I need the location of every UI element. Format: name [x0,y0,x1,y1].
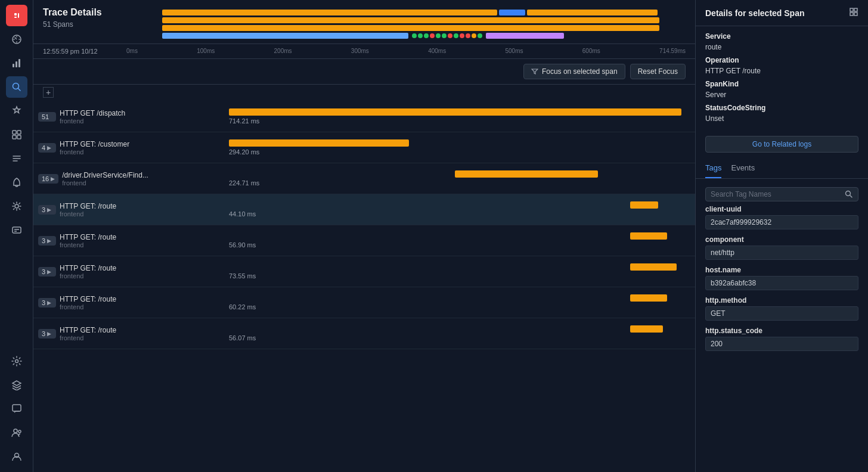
span-left-1: 4 ▶ HTTP GET: /customer frontend [33,132,224,163]
span-count-value: 51 [42,113,49,120]
table-row[interactable]: 3 ▶ HTTP GET: /route frontend 56.07 ms [33,318,695,349]
table-row[interactable]: 51 HTTP GET /dispatch frontend 714.21 ms [33,101,695,132]
sidebar-icon-team[interactable] [6,422,27,443]
span-duration: 294.20 ms [229,148,690,156]
trace-title-block: Trace Details 51 Spans [43,7,138,29]
panel-header: Details for selected Span [696,0,868,26]
table-row[interactable]: 4 ▶ HTTP GET: /customer frontend 294.20 … [33,132,695,163]
trace-bar-orange-3 [162,17,659,23]
related-logs-button[interactable]: Go to Related logs [705,136,858,153]
trace-bar-row-1 [162,10,686,15]
tag-value-4: 200 [705,337,858,351]
sidebar-icon-layers[interactable] [6,374,27,396]
sidebar-icon-alerting[interactable] [6,100,27,122]
table-row[interactable]: 3 ▶ HTTP GET: /route frontend 44.10 ms [33,194,695,225]
sidebar-icon-logo[interactable] [6,5,27,26]
span-left-0: 51 HTTP GET /dispatch frontend [33,101,224,132]
span-count-badge-1[interactable]: 4 ▶ [38,143,56,153]
operation-label: Operation [705,56,858,64]
span-count-badge-4[interactable]: 3 ▶ [38,236,56,246]
span-duration: 56.90 ms [229,241,690,249]
sidebar-icon-sources[interactable] [6,195,27,217]
span-name: HTTP GET: /route [60,295,116,303]
spans-container[interactable]: + 51 HTTP GET /dispatch frontend 714.21 … [33,85,695,472]
tag-search-input[interactable] [711,190,841,198]
span-timeline-0: 714.21 ms [224,101,695,132]
span-bar [630,201,658,209]
list-item: client-uuid 2cac7af999929632 [705,205,858,229]
span-count-badge-5[interactable]: 3 ▶ [38,267,56,277]
sidebar-icon-explore[interactable] [6,29,27,50]
span-service: frontend [60,210,116,218]
span-count-badge-0[interactable]: 51 [38,112,56,122]
trace-bar-row-3 [162,25,686,31]
span-name: HTTP GET /dispatch [60,109,125,117]
sidebar-icon-settings[interactable] [6,350,27,372]
status-label: StatusCodeString [705,104,858,112]
sidebar-icon-alerts[interactable] [6,172,27,193]
svg-rect-25 [850,8,853,11]
span-timeline-1: 294.20 ms [224,132,695,163]
sidebar-icon-search[interactable] [6,76,27,98]
span-count-badge-2[interactable]: 16 ▶ [38,174,58,184]
reset-button-label: Reset Focus [638,67,678,76]
svg-rect-0 [12,11,21,20]
search-icon [845,190,853,198]
span-count-badge-3[interactable]: 3 ▶ [38,205,56,215]
tag-value-2: b392a6abfc38 [705,276,858,290]
span-timeline-2: 224.71 ms [224,163,695,194]
span-count-value: 3 [42,237,45,244]
span-timeline-3: 44.10 ms [224,194,695,225]
right-panel: Details for selected Span Service route … [695,0,868,472]
table-row[interactable]: 3 ▶ HTTP GET: /route frontend 73.55 ms [33,256,695,287]
trace-bar-blue-1 [499,10,525,15]
list-item: host.name b392a6abfc38 [705,266,858,290]
reset-focus-button[interactable]: Reset Focus [630,64,686,79]
panel-title: Details for selected Span [705,8,805,18]
tick-100ms: 100ms [197,48,215,55]
panel-service-section: Service route Operation HTTP GET /route … [696,26,868,133]
tag-key-4: http.status_code [705,327,858,335]
sidebar-icon-metrics[interactable] [6,52,27,74]
span-service: frontend [60,303,116,310]
tab-events[interactable]: Events [731,159,755,178]
sidebar-icon-logs[interactable] [6,148,27,169]
svg-rect-1 [14,13,17,15]
span-count-badge-7[interactable]: 3 ▶ [38,329,56,339]
span-name: /driver.DriverService/Find... [62,171,148,179]
tick-end: 714.59ms [659,48,686,55]
spankind-value: Server [705,91,858,99]
sidebar [0,0,33,472]
sidebar-icon-chat[interactable] [6,398,27,420]
table-row[interactable]: 16 ▶ /driver.DriverService/Find... front… [33,163,695,194]
tab-tags[interactable]: Tags [705,159,721,178]
add-span-button[interactable]: + [43,87,54,98]
focus-selected-button[interactable]: Focus on selected span [523,64,625,79]
span-bar [630,232,667,240]
span-bar-container [229,325,690,333]
svg-rect-27 [850,13,853,15]
trace-dots [412,33,482,38]
sidebar-icon-dashboards[interactable] [6,124,27,145]
svg-rect-26 [854,8,857,11]
span-left-5: 3 ▶ HTTP GET: /route frontend [33,256,224,287]
spankind-label: SpanKind [705,80,858,88]
span-left-4: 3 ▶ HTTP GET: /route frontend [33,225,224,256]
span-info-7: HTTP GET: /route frontend [60,326,116,341]
svg-rect-11 [13,135,16,139]
svg-point-16 [15,204,18,208]
service-label: Service [705,32,858,41]
span-duration: 56.07 ms [229,334,690,341]
table-row[interactable]: 3 ▶ HTTP GET: /route frontend 60.22 ms [33,287,695,318]
span-count-badge-6[interactable]: 3 ▶ [38,298,56,308]
sidebar-icon-profile[interactable] [6,446,27,467]
expand-arrow: ▶ [47,300,51,306]
span-service: frontend [60,148,129,156]
tag-value-1: net/http [705,246,858,260]
span-name: HTTP GET: /route [60,233,116,241]
sidebar-icon-admin[interactable] [6,219,27,241]
svg-point-20 [15,360,18,363]
panel-expand-button[interactable] [849,7,858,18]
table-row[interactable]: 3 ▶ HTTP GET: /route frontend 56.90 ms [33,225,695,256]
focus-button-label: Focus on selected span [542,67,618,76]
